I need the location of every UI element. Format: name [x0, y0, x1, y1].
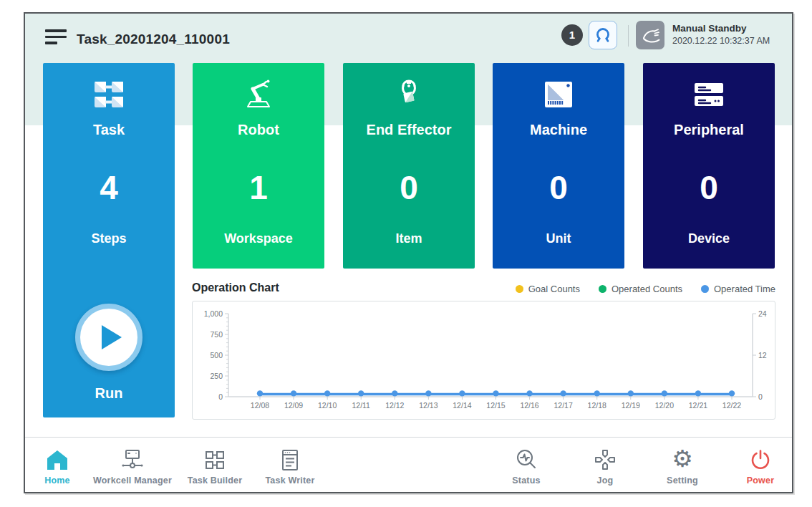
card-unit: Device [643, 231, 775, 246]
svg-text:250: 250 [210, 372, 223, 380]
setting-gear-icon: ⚙ [672, 446, 693, 472]
goal-counts-dot-icon [516, 285, 523, 293]
card-title: Machine [493, 122, 624, 138]
card-value: 4 [43, 170, 175, 206]
app-screen: Task_20201204_110001 1 Manual Standby 20… [24, 12, 793, 493]
svg-text:12/18: 12/18 [588, 401, 606, 410]
workcell-manager-icon [120, 448, 145, 472]
svg-text:750: 750 [210, 330, 223, 339]
gripper-tool-icon [343, 77, 475, 112]
legend-goal-counts: Goal Counts [516, 284, 580, 294]
svg-text:12/13: 12/13 [419, 401, 438, 410]
machine-icon [493, 77, 624, 112]
gripper-icon [594, 26, 612, 44]
operation-chart-plot: 02505007501,0000122412/0812/0912/1012/11… [193, 301, 775, 419]
card-title: Peripheral [643, 122, 775, 138]
hand-gesture-icon [640, 25, 660, 45]
nav-task-writer[interactable]: Task Writer [236, 445, 344, 486]
svg-text:12/14: 12/14 [453, 401, 471, 410]
operation-chart: 02505007501,0000122412/0812/0912/1012/11… [192, 301, 775, 420]
card-title: Robot [193, 122, 324, 138]
svg-text:12/20: 12/20 [655, 401, 674, 410]
timestamp: 2020.12.22 10:32:37 AM [672, 36, 770, 46]
nav-divider [25, 437, 792, 438]
card-unit: Workspace [193, 231, 324, 246]
task-writer-icon [278, 448, 302, 472]
task-builder-icon [203, 448, 227, 472]
svg-text:12/16: 12/16 [520, 401, 538, 410]
card-robot[interactable]: Robot 1 Workspace [193, 63, 324, 269]
hamburger-menu-button[interactable] [45, 29, 68, 49]
manual-mode-button[interactable] [636, 21, 664, 49]
svg-text:12/19: 12/19 [622, 401, 640, 410]
task-steps-icon [43, 77, 175, 112]
svg-text:12/12: 12/12 [385, 401, 404, 410]
card-machine[interactable]: Machine 0 Unit [493, 63, 624, 269]
svg-text:12/08: 12/08 [251, 401, 269, 410]
operated-time-dot-icon [701, 285, 709, 293]
svg-text:12/10: 12/10 [318, 401, 337, 410]
power-icon [748, 448, 773, 472]
hamburger-icon [45, 29, 67, 32]
svg-text:1,000: 1,000 [204, 309, 223, 318]
card-value: 1 [193, 170, 324, 206]
chart-legend: Goal Counts Operated Counts Operated Tim… [516, 284, 775, 294]
header-divider [628, 25, 629, 47]
mode-label: Manual Standby [672, 23, 770, 34]
svg-text:12/21: 12/21 [689, 401, 707, 410]
card-unit: Unit [493, 231, 624, 246]
notification-count-badge: 1 [561, 24, 583, 46]
card-end-effector[interactable]: End Effector 0 Item [343, 63, 475, 269]
svg-text:0: 0 [758, 392, 763, 401]
home-icon [45, 448, 69, 472]
peripheral-server-icon [643, 77, 775, 112]
operated-counts-dot-icon [599, 285, 606, 293]
svg-text:12/22: 12/22 [722, 401, 741, 410]
card-title: Task [43, 122, 175, 138]
nav-power[interactable]: Power [707, 445, 812, 486]
card-title: End Effector [343, 122, 475, 138]
svg-text:12/15: 12/15 [486, 401, 505, 410]
page-title: Task_20201204_110001 [77, 32, 230, 47]
run-button[interactable] [75, 304, 142, 371]
legend-operated-time: Operated Time [701, 284, 775, 294]
card-task[interactable]: Task 4 Steps Run [43, 63, 175, 417]
play-icon [102, 325, 122, 349]
svg-text:12/17: 12/17 [554, 401, 573, 410]
svg-text:24: 24 [758, 309, 767, 318]
svg-text:500: 500 [210, 351, 223, 359]
card-value: 0 [343, 170, 475, 206]
card-value: 0 [643, 170, 775, 206]
run-button-area: Run [43, 304, 175, 402]
svg-text:12: 12 [758, 351, 767, 359]
card-unit: Steps [43, 231, 175, 246]
card-value: 0 [493, 170, 624, 206]
status-icon [514, 448, 538, 472]
chart-title: Operation Chart [192, 281, 279, 294]
card-peripheral[interactable]: Peripheral 0 Device [643, 63, 775, 269]
run-label: Run [43, 385, 175, 402]
legend-operated-counts: Operated Counts [599, 284, 682, 294]
jog-icon [593, 448, 617, 472]
robot-mode-status: Manual Standby 2020.12.22 10:32:37 AM [672, 23, 770, 46]
robot-arm-icon [193, 77, 324, 112]
svg-text:0: 0 [218, 392, 223, 401]
gripper-tool-button[interactable] [589, 21, 617, 49]
svg-text:12/09: 12/09 [284, 401, 303, 410]
card-unit: Item [343, 231, 475, 246]
svg-text:12/11: 12/11 [352, 401, 370, 410]
